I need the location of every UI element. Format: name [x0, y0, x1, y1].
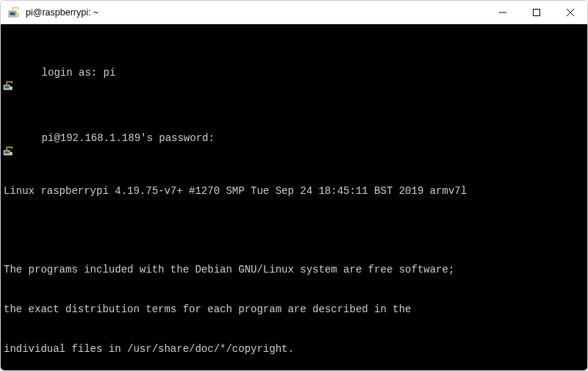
motd-line: individual files in /usr/share/doc/*/cop… — [1, 343, 587, 356]
window-controls — [486, 1, 587, 24]
motd-line: The programs included with the Debian GN… — [1, 264, 587, 277]
maximize-button[interactable] — [520, 1, 553, 24]
svg-rect-4 — [534, 9, 540, 15]
svg-rect-12 — [10, 152, 12, 155]
window-title: pi@raspberrypi: ~ — [26, 7, 486, 18]
linux-version-line: Linux raspberrypi 4.19.75-v7+ #1270 SMP … — [1, 185, 587, 198]
motd-line: the exact distribution terms for each pr… — [1, 303, 587, 317]
login-prompt-line: login as: pi — [1, 54, 587, 93]
svg-rect-8 — [4, 85, 9, 88]
svg-rect-11 — [4, 151, 9, 154]
svg-rect-1 — [10, 12, 15, 15]
minimize-button[interactable] — [486, 1, 520, 24]
putty-icon — [8, 7, 20, 18]
password-prompt-line: pi@192.168.1.189's password: — [1, 119, 587, 159]
close-button[interactable] — [553, 1, 587, 24]
putty-icon — [3, 120, 13, 130]
svg-rect-2 — [16, 13, 19, 17]
blank-line — [1, 225, 587, 238]
svg-rect-9 — [10, 87, 12, 90]
password-prompt-text: pi@192.168.1.189's password: — [42, 132, 215, 144]
terminal-area[interactable]: login as: pi pi@192.168.1.189's password… — [1, 24, 587, 370]
putty-icon — [3, 54, 13, 65]
login-prompt-text: login as: pi — [42, 67, 116, 79]
title-bar: pi@raspberrypi: ~ — [1, 1, 587, 24]
